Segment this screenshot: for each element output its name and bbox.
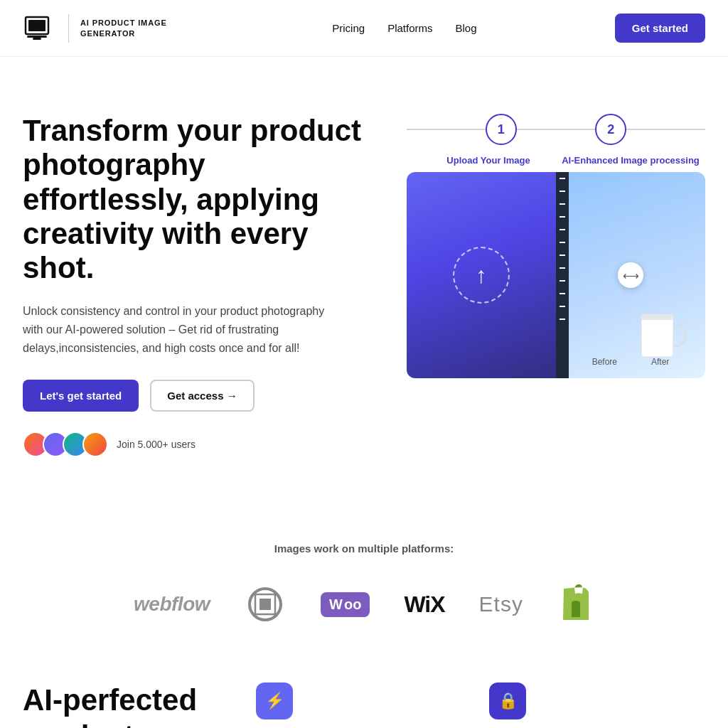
compare-handle[interactable]: ⟷ — [618, 262, 643, 288]
hero-left: Transform your product photography effor… — [23, 114, 378, 457]
step-1-label: Upload Your Image — [446, 155, 530, 166]
svg-rect-5 — [641, 314, 673, 320]
get-access-button[interactable]: Get access → — [150, 380, 254, 412]
webflow-logo: webflow — [134, 593, 210, 616]
wix-text: WiX — [404, 592, 444, 618]
step-connector-middle — [517, 129, 596, 130]
step-connector-right — [626, 129, 705, 130]
nav-links: Pricing Platforms Blog — [332, 22, 476, 34]
features-cards: ⚡ Fast Product Image Turnaround Quick ph… — [256, 682, 705, 728]
logo-divider — [68, 14, 69, 43]
step-1-circle: 1 — [486, 114, 517, 145]
hero-section: Transform your product photography effor… — [0, 57, 728, 500]
nav-platforms[interactable]: Platforms — [387, 22, 432, 34]
lets-get-started-button[interactable]: Let's get started — [23, 380, 139, 412]
image-compare: ↑ ⟷ — [407, 172, 705, 378]
woo-oo: oo — [344, 596, 361, 613]
get-started-button[interactable]: Get started — [615, 14, 705, 43]
avatar-group — [23, 432, 108, 457]
ruler — [556, 172, 569, 378]
nav-blog[interactable]: Blog — [455, 22, 476, 34]
platforms-section: Images work on multiple platforms: webfl… — [0, 500, 728, 654]
features-section: AI-perfected product photography ⚡ Fast … — [0, 654, 728, 728]
upload-circle: ↑ — [453, 247, 510, 304]
logo-title: AI PRODUCT IMAGE GENERATOR — [80, 18, 194, 38]
hero-buttons: Let's get started Get access → — [23, 380, 378, 412]
squarespace-logo — [244, 583, 287, 626]
etsy-logo: Etsy — [479, 592, 523, 616]
upload-arrow-icon: ↑ — [476, 262, 487, 289]
platforms-logos: webflow W oo WiX Etsy — [23, 583, 705, 626]
feature-icon-1: ⚡ — [256, 682, 293, 719]
platforms-title: Images work on multiple platforms: — [23, 542, 705, 555]
after-label: After — [651, 357, 669, 367]
upload-panel: ↑ — [407, 172, 556, 378]
step-2-label: AI-Enhanced Image processing — [562, 155, 700, 166]
feature-card-1: ⚡ Fast Product Image Turnaround Quick ph… — [256, 682, 472, 728]
webflow-text: webflow — [134, 593, 210, 616]
wix-logo: WiX — [404, 592, 444, 618]
logo-icon — [23, 11, 57, 46]
navbar: AI PRODUCT IMAGE GENERATOR Pricing Platf… — [0, 0, 728, 57]
logo[interactable]: AI PRODUCT IMAGE GENERATOR — [23, 11, 194, 46]
hero-social: Join 5.000+ users — [23, 432, 378, 457]
before-label: Before — [592, 357, 617, 367]
squarespace-icon — [244, 583, 287, 626]
avatar — [82, 432, 108, 457]
features-left: AI-perfected product photography — [23, 682, 222, 728]
social-proof-text: Join 5.000+ users — [117, 439, 196, 450]
svg-rect-3 — [33, 38, 41, 40]
hero-title: Transform your product photography effor… — [23, 114, 378, 285]
nav-pricing[interactable]: Pricing — [332, 22, 365, 34]
etsy-text: Etsy — [479, 592, 523, 616]
result-panel: ⟷ Before After — [556, 172, 705, 378]
steps-header: 1 2 — [407, 114, 705, 145]
step-2-circle: 2 — [595, 114, 626, 145]
svg-rect-1 — [28, 20, 46, 31]
steps-labels: Upload Your Image AI-Enhanced Image proc… — [407, 154, 705, 166]
before-after-labels: Before After — [592, 357, 670, 367]
shopify-icon — [557, 583, 594, 626]
hero-right: 1 2 Upload Your Image AI-Enhanced Image … — [407, 114, 705, 378]
svg-rect-4 — [641, 314, 673, 357]
lightning-icon: ⚡ — [265, 692, 284, 710]
hero-description: Unlock consistency and control in your p… — [23, 302, 328, 357]
shopify-logo — [557, 583, 594, 626]
lock-icon: 🔒 — [498, 692, 518, 710]
step-connector-left — [407, 129, 486, 130]
woo-w: W — [329, 596, 343, 613]
feature-card-2: 🔒 Improved Brand Image High-quality prod… — [489, 682, 705, 728]
features-title: AI-perfected product photography — [23, 682, 222, 728]
svg-rect-2 — [27, 36, 47, 38]
feature-icon-2: 🔒 — [489, 682, 526, 719]
woo-badge: W oo — [321, 592, 370, 617]
woocommerce-logo: W oo — [321, 592, 370, 617]
